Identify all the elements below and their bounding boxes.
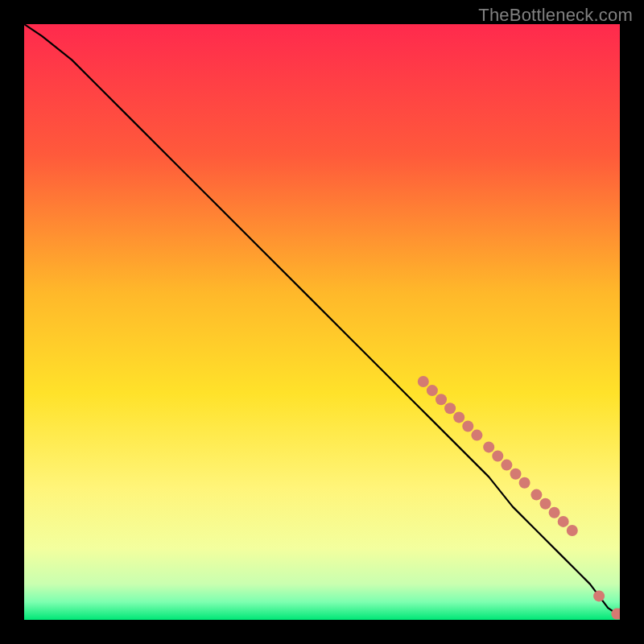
highlight-point <box>453 411 464 423</box>
highlight-point <box>549 507 560 518</box>
chart-stage: TheBottleneck.com <box>0 0 644 644</box>
highlight-point <box>501 460 512 471</box>
highlight-point <box>530 489 542 501</box>
highlight-point <box>483 441 494 452</box>
plot-area <box>24 24 620 620</box>
highlight-point <box>567 525 578 536</box>
highlight-point <box>436 394 447 405</box>
highlight-point <box>558 516 569 527</box>
highlight-point <box>462 421 473 432</box>
highlight-point <box>444 402 456 414</box>
highlight-point <box>540 498 551 510</box>
highlight-point <box>471 430 482 441</box>
bottleneck-curve <box>24 24 620 614</box>
highlight-point <box>418 376 429 387</box>
highlight-point <box>593 590 605 601</box>
highlight-point <box>427 385 438 396</box>
highlight-point <box>510 469 522 480</box>
watermark-text: TheBottleneck.com <box>478 5 633 26</box>
bottleneck-curve-path <box>24 24 620 614</box>
curve-layer <box>24 24 620 620</box>
highlight-point <box>492 451 503 462</box>
highlight-point <box>519 477 530 489</box>
